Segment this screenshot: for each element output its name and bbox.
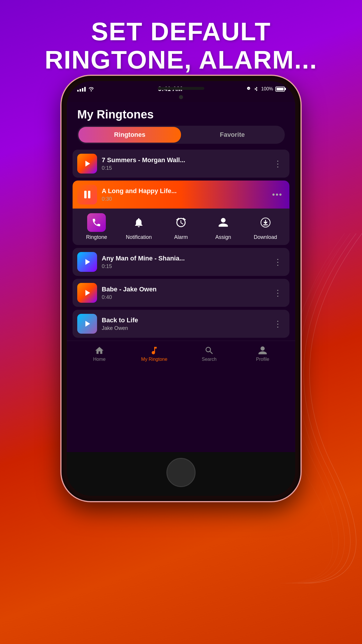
song-duration-3: 0:15 <box>102 263 267 270</box>
song-name-5: Back to Life <box>102 316 267 324</box>
play-btn-1[interactable] <box>82 158 92 169</box>
song-item-2: A Long and Happy Life... 0:30 ••• <box>73 181 289 245</box>
song-name-3: Any Man of Mine - Shania... <box>102 255 267 262</box>
assign-icon-wrap <box>214 213 233 232</box>
play-btn-5[interactable] <box>82 318 92 329</box>
pause-bar-right <box>88 191 90 198</box>
song-info-4: Babe - Jake Owen 0:40 <box>102 286 267 300</box>
tab-favorite[interactable]: Favorite <box>181 127 284 143</box>
download-icon <box>260 217 271 228</box>
song-item-3: Any Man of Mine - Shania... 0:15 ⋮ <box>73 248 289 276</box>
play-triangle-1 <box>85 161 90 167</box>
song-name-2: A Long and Happy Life... <box>102 187 265 195</box>
speaker-grill <box>158 87 204 90</box>
nav-search-label: Search <box>202 357 217 362</box>
more-btn-4[interactable]: ⋮ <box>271 286 285 300</box>
tabs-container: Ringtones Favorite <box>67 126 295 150</box>
signal-bar-2 <box>80 89 81 92</box>
song-thumb-3 <box>77 252 97 272</box>
action-alarm-label: Alarm <box>174 234 188 240</box>
song-duration-2: 0:30 <box>102 196 265 202</box>
phone-frame: 9:41 AM 100% <box>61 76 301 501</box>
battery-percentage: 100% <box>261 86 273 92</box>
play-triangle-4 <box>85 290 90 296</box>
music-nav-icon <box>149 346 159 356</box>
nav-myringtone-label: My Ringtone <box>141 357 167 362</box>
song-row-4[interactable]: Babe - Jake Owen 0:40 ⋮ <box>73 279 289 307</box>
song-duration-1: 0:15 <box>102 165 267 171</box>
home-nav-icon <box>94 346 104 356</box>
alarm-icon <box>175 217 187 228</box>
ringtone-icon-wrap <box>87 213 106 232</box>
song-name-4: Babe - Jake Owen <box>102 286 267 293</box>
pause-bar-left <box>84 191 87 198</box>
song-row-1[interactable]: 7 Summers - Morgan Wall... 0:15 ⋮ <box>73 150 289 178</box>
header-title: SET DEFAULT RINGTONE, ALARM... <box>0 18 362 74</box>
signal-bar-3 <box>82 88 83 92</box>
pause-btn-2[interactable] <box>82 189 92 200</box>
phone-inner: 9:41 AM 100% <box>67 81 295 496</box>
tab-ringtones[interactable]: Ringtones <box>78 127 181 143</box>
song-name-1: 7 Summers - Morgan Wall... <box>102 156 267 164</box>
nav-home[interactable]: Home <box>88 346 111 362</box>
nav-myringtone[interactable]: My Ringtone <box>141 346 167 362</box>
action-download[interactable]: Download <box>252 213 279 240</box>
play-triangle-3 <box>85 259 90 265</box>
song-row-3[interactable]: Any Man of Mine - Shania... 0:15 ⋮ <box>73 248 289 276</box>
action-assign-label: Assign <box>215 234 231 240</box>
more-btn-3[interactable]: ⋮ <box>271 255 285 269</box>
song-row-2[interactable]: A Long and Happy Life... 0:30 ••• <box>73 181 289 209</box>
song-artist-5: Jake Owen <box>102 325 267 331</box>
song-info-5: Back to Life Jake Owen <box>102 316 267 331</box>
action-notification[interactable]: Notification <box>126 213 152 240</box>
song-item-1: 7 Summers - Morgan Wall... 0:15 ⋮ <box>73 150 289 178</box>
song-thumb-2 <box>77 185 97 204</box>
bottom-nav: Home My Ringtone Search <box>67 341 295 365</box>
phone-outer: 9:41 AM 100% <box>61 76 301 501</box>
more-btn-2[interactable]: ••• <box>270 188 285 202</box>
song-info-2: A Long and Happy Life... 0:30 <box>102 187 265 202</box>
alarm-icon-wrap <box>172 213 190 232</box>
song-item-5: Back to Life Jake Owen ⋮ <box>73 310 289 338</box>
more-btn-1[interactable]: ⋮ <box>271 157 285 171</box>
song-item-4: Babe - Jake Owen 0:40 ⋮ <box>73 279 289 307</box>
signal-bars <box>77 86 86 92</box>
header-section: SET DEFAULT RINGTONE, ALARM... <box>0 18 362 74</box>
bell-icon <box>133 217 144 228</box>
status-right: 100% <box>246 86 285 92</box>
profile-nav-icon <box>258 346 268 356</box>
person-icon <box>218 217 229 228</box>
app-title: My Ringtones <box>77 108 285 121</box>
nav-profile[interactable]: Profile <box>251 346 274 362</box>
search-nav-icon <box>204 346 214 356</box>
front-camera <box>179 95 183 99</box>
battery-fill <box>277 88 284 90</box>
play-btn-3[interactable] <box>82 257 92 267</box>
app-header: My Ringtones <box>67 102 295 126</box>
download-icon-wrap <box>256 213 275 232</box>
notification-icon-wrap <box>129 213 148 232</box>
play-triangle-5 <box>85 321 90 327</box>
play-btn-4[interactable] <box>82 288 92 298</box>
action-assign[interactable]: Assign <box>210 213 236 240</box>
screen-content: My Ringtones Ringtones Favorite <box>67 102 295 452</box>
song-thumb-5 <box>77 314 97 334</box>
song-row-5[interactable]: Back to Life Jake Owen ⋮ <box>73 310 289 338</box>
home-button[interactable] <box>166 458 196 487</box>
action-alarm[interactable]: Alarm <box>168 213 194 240</box>
phone-icon <box>92 218 101 228</box>
pause-icon-2 <box>84 191 90 198</box>
more-btn-5[interactable]: ⋮ <box>271 317 285 331</box>
nav-home-label: Home <box>93 357 106 362</box>
nav-search[interactable]: Search <box>198 346 221 362</box>
song-duration-4: 0:40 <box>102 294 267 300</box>
song-info-1: 7 Summers - Morgan Wall... 0:15 <box>102 156 267 171</box>
action-download-label: Download <box>254 234 277 240</box>
action-ringtone[interactable]: Ringtone <box>83 213 110 240</box>
alarm-status-icon <box>246 86 251 92</box>
wifi-icon <box>88 87 94 91</box>
tabs: Ringtones Favorite <box>77 126 285 144</box>
status-left <box>77 86 94 92</box>
signal-bar-4 <box>84 87 86 92</box>
battery-icon <box>275 87 285 92</box>
